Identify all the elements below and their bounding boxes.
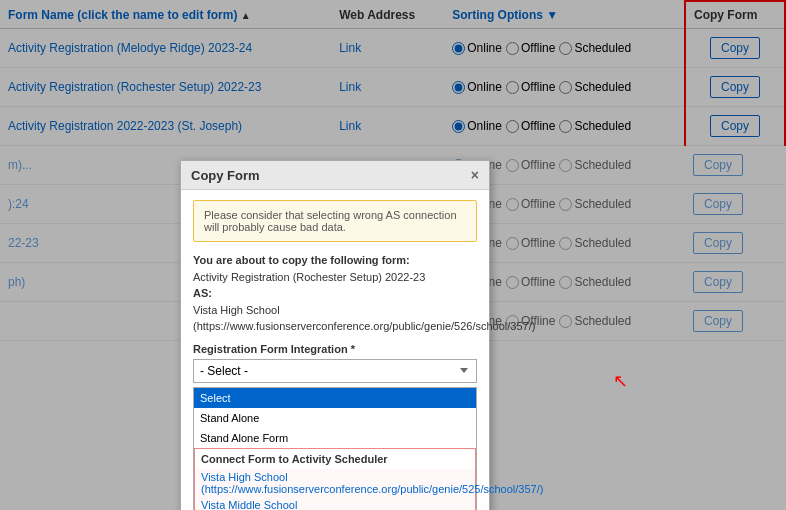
arrow-indicator: ↖ bbox=[613, 370, 628, 392]
registration-select[interactable]: - Select - Select Stand Alone Stand Alon… bbox=[193, 359, 477, 383]
form-name-value: Activity Registration (Rochester Setup) … bbox=[193, 271, 425, 283]
dropdown-list: Select Stand Alone Stand Alone Form Conn… bbox=[193, 387, 477, 511]
connect-header: Connect Form to Activity Scheduler bbox=[195, 449, 475, 469]
connect-form-section: Connect Form to Activity Scheduler Vista… bbox=[194, 448, 476, 511]
connect-option-high-school[interactable]: Vista High School (https://www.fusionser… bbox=[195, 469, 475, 497]
dropdown-option-select[interactable]: Select bbox=[194, 388, 476, 408]
modal-close-button[interactable]: × bbox=[471, 167, 479, 183]
dropdown-option-stand-alone[interactable]: Stand Alone bbox=[194, 408, 476, 428]
warning-text: Please consider that selecting wrong AS … bbox=[204, 209, 457, 233]
modal-info: You are about to copy the following form… bbox=[193, 252, 477, 335]
modal-body: Please consider that selecting wrong AS … bbox=[181, 190, 489, 510]
copy-form-modal: Copy Form × Please consider that selecti… bbox=[180, 160, 490, 510]
as-url: (https://www.fusionserverconference.org/… bbox=[193, 320, 535, 332]
modal-header: Copy Form × bbox=[181, 161, 489, 190]
dropdown-option-stand-alone-form[interactable]: Stand Alone Form bbox=[194, 428, 476, 448]
registration-label: Registration Form Integration * bbox=[193, 343, 477, 355]
modal-title: Copy Form bbox=[191, 168, 260, 183]
about-label: You are about to copy the following form… bbox=[193, 254, 410, 266]
as-label: AS: bbox=[193, 287, 212, 299]
as-value: Vista High School bbox=[193, 304, 280, 316]
warning-box: Please consider that selecting wrong AS … bbox=[193, 200, 477, 242]
connect-option-middle-school[interactable]: Vista Middle School (https://www.fusions… bbox=[195, 497, 475, 511]
